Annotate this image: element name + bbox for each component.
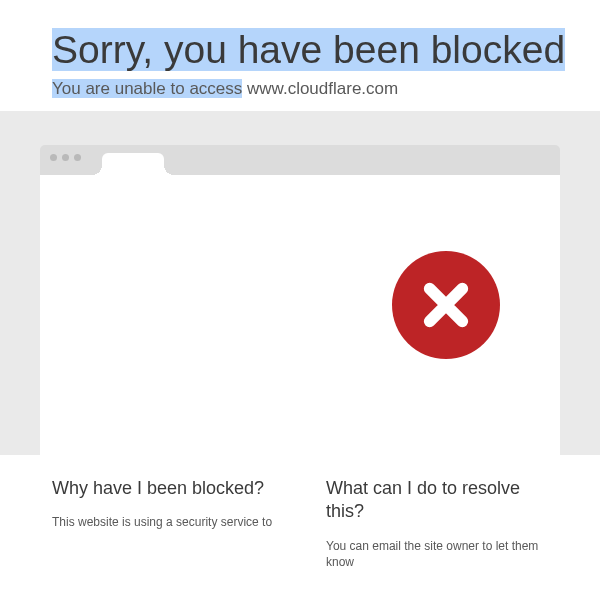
page-subtitle: You are unable to access www.cloudflare.… [52, 79, 600, 99]
window-dots [50, 154, 81, 161]
why-blocked-body: This website is using a security service… [52, 514, 286, 531]
browser-illustration [40, 145, 560, 455]
page-title: Sorry, you have been blocked [52, 28, 565, 71]
browser-tab [102, 153, 164, 175]
window-dot [50, 154, 57, 161]
resolve-body: You can email the site owner to let them… [326, 538, 560, 572]
resolve-column: What can I do to resolve this? You can e… [326, 477, 560, 571]
resolve-heading: What can I do to resolve this? [326, 477, 560, 524]
illustration-band [0, 111, 600, 455]
error-badge [392, 251, 500, 359]
info-columns: Why have I been blocked? This website is… [0, 455, 600, 571]
page-header: Sorry, you have been blocked You are una… [0, 0, 600, 111]
browser-body [40, 175, 560, 455]
subtitle-prefix: You are unable to access [52, 79, 242, 98]
close-icon [418, 277, 474, 333]
window-dot [74, 154, 81, 161]
browser-chrome [40, 145, 560, 175]
why-blocked-heading: Why have I been blocked? [52, 477, 286, 500]
window-dot [62, 154, 69, 161]
subtitle-host: www.cloudflare.com [242, 79, 398, 98]
why-blocked-column: Why have I been blocked? This website is… [52, 477, 286, 571]
